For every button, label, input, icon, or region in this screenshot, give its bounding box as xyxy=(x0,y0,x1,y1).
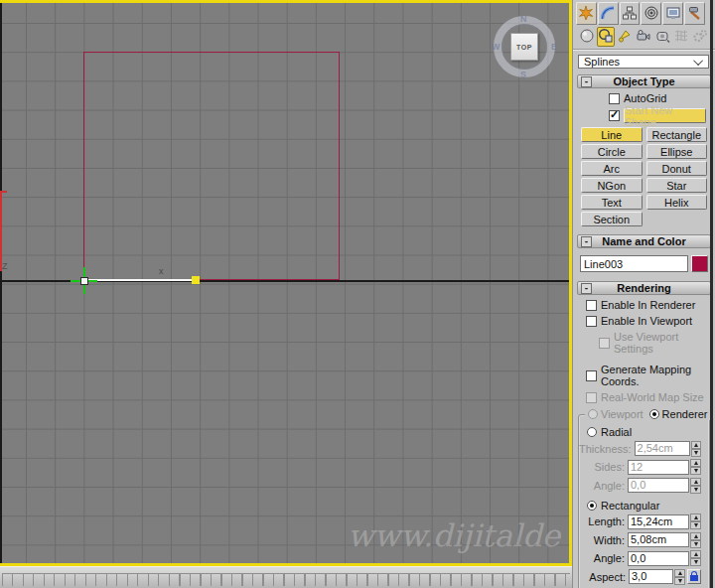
aspect-lock-button[interactable] xyxy=(687,569,701,584)
cameras-icon xyxy=(636,28,651,46)
object-color-swatch[interactable] xyxy=(691,255,708,272)
rollout-name-and-color[interactable]: - Name and Color xyxy=(577,234,711,248)
viewcube-north[interactable]: N xyxy=(520,14,527,24)
selected-spline-edge-tick xyxy=(0,191,7,193)
utilities-icon xyxy=(687,5,703,23)
angle-radial-input[interactable]: 0,0 xyxy=(628,478,689,493)
track-bar-ruler[interactable] xyxy=(2,573,570,586)
spacewarps-icon xyxy=(673,28,689,46)
renderer-radio[interactable] xyxy=(649,409,659,419)
modify-icon xyxy=(600,5,616,23)
ellipse-button[interactable]: Ellipse xyxy=(646,144,708,159)
category-spacewarps[interactable] xyxy=(672,27,690,47)
length-input[interactable]: 15,24cm xyxy=(628,514,689,529)
collapse-icon[interactable]: - xyxy=(581,76,592,87)
grid-origin-axis-vertical xyxy=(0,3,2,563)
viewcube-top-face[interactable]: TOP xyxy=(510,33,538,61)
category-geometry[interactable] xyxy=(578,27,596,47)
lock-icon xyxy=(690,575,698,581)
aspect-input[interactable]: 3,0 xyxy=(629,569,673,584)
geometry-icon xyxy=(579,28,595,46)
tab-create[interactable] xyxy=(576,2,597,25)
watermark: www.dijitalde xyxy=(348,517,560,553)
thickness-input[interactable]: 2,54cm xyxy=(635,441,691,456)
create-categories xyxy=(573,26,715,50)
viewport-radio[interactable] xyxy=(588,409,598,419)
helix-button[interactable]: Helix xyxy=(646,195,708,210)
text-button[interactable]: Text xyxy=(581,195,643,210)
line-being-drawn xyxy=(83,279,197,281)
tab-modify[interactable] xyxy=(598,2,619,25)
rectangular-radio[interactable] xyxy=(587,501,597,511)
start-new-shape-button[interactable]: Start New Shape xyxy=(624,108,706,123)
angle-radial-spinner[interactable] xyxy=(690,478,701,494)
radial-radio[interactable] xyxy=(587,427,597,437)
autogrid-checkbox[interactable] xyxy=(609,93,620,104)
shapes-icon xyxy=(598,28,614,46)
command-panel-tabs xyxy=(573,0,715,26)
create-icon xyxy=(578,5,594,23)
panel-edge xyxy=(710,0,713,588)
tab-utilities[interactable] xyxy=(684,2,705,25)
star-button[interactable]: Star xyxy=(646,178,708,193)
line-vertex-marker xyxy=(192,276,200,284)
command-panel: Splines - Object Type AutoGrid Start New… xyxy=(572,0,715,588)
width-spinner[interactable] xyxy=(690,532,701,548)
object-name-input[interactable]: Line003 xyxy=(580,255,688,272)
collapse-icon[interactable]: - xyxy=(581,236,592,247)
angle-rect-spinner[interactable] xyxy=(690,550,701,566)
real-world-map-size-checkbox[interactable] xyxy=(586,392,597,403)
category-helpers[interactable] xyxy=(653,27,671,47)
axis-label-x: x xyxy=(159,266,164,276)
arc-button[interactable]: Arc xyxy=(581,161,643,176)
selected-spline-edge xyxy=(0,191,2,271)
line-button[interactable]: Line xyxy=(581,127,643,142)
viewport-top[interactable]: Z x N S W E TOP www.dijitalde xyxy=(0,0,572,566)
use-viewport-settings-checkbox[interactable] xyxy=(599,338,610,349)
donut-button[interactable]: Donut xyxy=(646,161,708,176)
width-input[interactable]: 5,08cm xyxy=(628,532,689,547)
tab-display[interactable] xyxy=(662,2,683,25)
shape-category-dropdown[interactable]: Splines xyxy=(578,55,709,69)
rectangle-button[interactable]: Rectangle xyxy=(646,127,708,142)
track-bar[interactable] xyxy=(0,566,572,588)
category-shapes[interactable] xyxy=(597,27,615,47)
display-icon xyxy=(665,5,681,23)
dropdown-value: Splines xyxy=(584,56,696,68)
tab-hierarchy[interactable] xyxy=(620,2,641,25)
generate-mapping-coords-checkbox[interactable] xyxy=(586,370,597,381)
viewcube-south[interactable]: S xyxy=(520,70,526,79)
tab-motion[interactable] xyxy=(641,2,661,25)
viewcube-west[interactable]: W xyxy=(492,42,500,52)
rollout-object-type[interactable]: - Object Type xyxy=(577,74,711,88)
sides-input[interactable]: 12 xyxy=(628,460,689,475)
length-spinner[interactable] xyxy=(690,514,701,529)
lights-icon xyxy=(617,28,633,46)
ngon-button[interactable]: NGon xyxy=(581,178,643,193)
helpers-icon xyxy=(654,28,670,46)
enable-in-renderer-checkbox[interactable] xyxy=(586,300,597,311)
circle-button[interactable]: Circle xyxy=(581,144,643,159)
object-type-buttons: Line Rectangle Circle Ellipse Arc Donut … xyxy=(581,127,707,226)
thickness-spinner[interactable] xyxy=(691,441,701,457)
collapse-icon[interactable]: - xyxy=(581,283,592,294)
aspect-spinner[interactable] xyxy=(674,569,685,585)
axis-label-z: Z xyxy=(2,261,8,271)
systems-icon xyxy=(692,28,708,46)
motion-icon xyxy=(644,5,659,23)
enable-in-viewport-checkbox[interactable] xyxy=(586,316,597,327)
viewcube-east[interactable]: E xyxy=(551,42,557,52)
rollout-rendering[interactable]: - Rendering xyxy=(577,281,711,295)
category-cameras[interactable] xyxy=(635,27,652,47)
start-new-shape-checkbox[interactable] xyxy=(609,110,620,121)
category-lights[interactable] xyxy=(616,27,634,47)
rectangle-spline-shape[interactable] xyxy=(83,52,340,280)
section-button[interactable]: Section xyxy=(581,212,643,226)
category-systems[interactable] xyxy=(691,27,709,47)
angle-rect-input[interactable]: 0,0 xyxy=(628,551,689,566)
sides-spinner[interactable] xyxy=(690,459,701,475)
viewcube[interactable]: N S W E TOP xyxy=(494,16,555,77)
hierarchy-icon xyxy=(622,5,638,23)
autogrid-label: AutoGrid xyxy=(624,92,666,104)
renderer-settings-group: Viewport Renderer Radial Thickness: 2,54… xyxy=(578,414,710,588)
